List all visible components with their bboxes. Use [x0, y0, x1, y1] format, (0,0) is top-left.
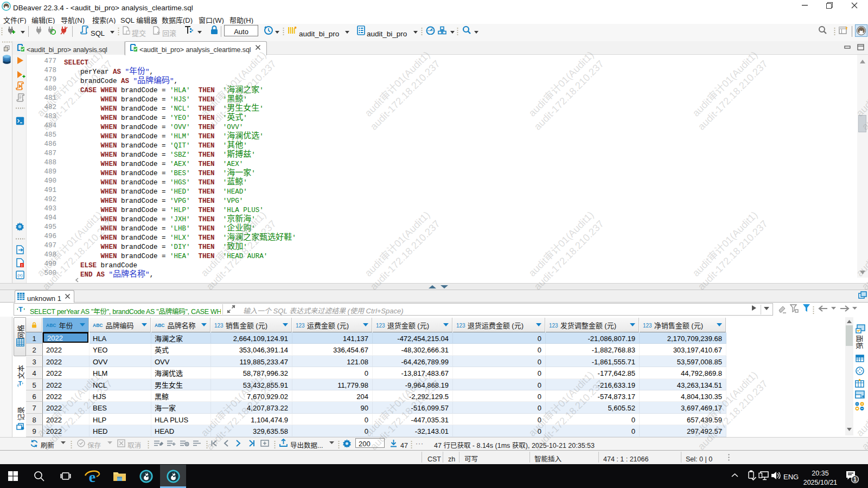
svg-text:网格: 网格 [15, 325, 24, 339]
svg-text:1: 1 [853, 475, 857, 483]
svg-text:audit审计01(Audit1): audit审计01(Audit1) [688, 208, 760, 279]
svg-text:audit审计01(Audit1): audit审计01(Audit1) [361, 208, 432, 279]
svg-text:记录: 记录 [15, 407, 24, 421]
svg-text:audit审计01(Audit1): audit审计01(Audit1) [361, 48, 432, 119]
svg-text:面板: 面板 [856, 335, 865, 349]
svg-text:(x): (x) [17, 272, 23, 278]
svg-text:audit-172.18.210.237: audit-172.18.210.237 [530, 216, 607, 293]
svg-text:T: T [18, 305, 23, 313]
svg-text:audit-172.18.210.237: audit-172.18.210.237 [366, 56, 443, 133]
svg-text:T: T [18, 380, 22, 387]
svg-text:!: ! [21, 262, 22, 268]
svg-text:audit-172.18.210.237: audit-172.18.210.237 [694, 216, 770, 293]
svg-text:audit-172.18.210.237: audit-172.18.210.237 [694, 56, 770, 133]
svg-text:audit-172.18.210.237: audit-172.18.210.237 [366, 216, 443, 293]
svg-text:audit-172.18.210.237: audit-172.18.210.237 [530, 56, 607, 133]
svg-text:audit审计01(Audit1): audit审计01(Audit1) [525, 208, 596, 279]
svg-text:audit审计01(Audit1): audit审计01(Audit1) [688, 48, 760, 119]
svg-text:audit审计01(Audit1): audit审计01(Audit1) [525, 48, 596, 119]
svg-text:文本: 文本 [15, 365, 24, 379]
